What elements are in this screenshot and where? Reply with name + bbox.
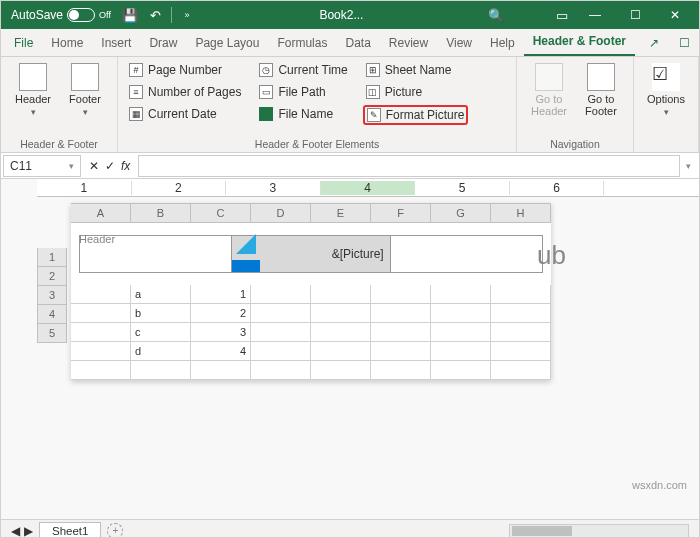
options-button[interactable]: ☑Options▾ [642,61,690,119]
document-title: Book2... [200,8,483,22]
header-icon [19,63,47,91]
formula-bar-row: C11▾ ✕ ✓ fx ▾ [1,153,699,179]
col-header[interactable]: F [371,203,431,223]
tab-insert[interactable]: Insert [92,30,140,56]
col-header[interactable]: H [491,203,551,223]
share-button[interactable]: ↗ [639,30,669,56]
format-picture-button[interactable]: ✎Format Picture [363,105,469,125]
table-row: b2 [71,304,551,323]
row-header[interactable]: 3 [37,286,67,305]
worksheet-area: 123456 1 2 3 4 5 ABCDEFGH Header &[Pictu… [1,179,699,519]
file-name-button[interactable]: File Name [256,105,350,123]
formula-controls: ✕ ✓ fx [81,159,138,173]
current-time-button[interactable]: ◷Current Time [256,61,350,79]
format-picture-icon: ✎ [367,108,381,122]
file-path-button[interactable]: ▭File Path [256,83,350,101]
row-header[interactable]: 5 [37,324,67,343]
header-button[interactable]: Header▾ [9,61,57,119]
search-icon[interactable]: 🔍 [483,2,509,28]
row-header[interactable]: 1 [37,248,67,267]
name-box[interactable]: C11▾ [3,155,81,177]
footer-button[interactable]: Footer▾ [61,61,109,119]
ribbon-display-icon[interactable]: ▭ [549,2,575,28]
col-header[interactable]: G [431,203,491,223]
current-date-button[interactable]: ▦Current Date [126,105,244,123]
clock-icon: ◷ [259,63,273,77]
group-label-elements: Header & Footer Elements [126,136,508,150]
row-header[interactable]: 4 [37,305,67,324]
picture-button[interactable]: ◫Picture [363,83,469,101]
group-elements: #Page Number ≡Number of Pages ▦Current D… [118,57,517,152]
autosave-toggle[interactable]: AutoSave Off [5,8,117,22]
folder-icon: ▭ [259,85,273,99]
tab-review[interactable]: Review [380,30,437,56]
group-header-footer: Header▾ Footer▾ Header & Footer [1,57,118,152]
tab-view[interactable]: View [437,30,481,56]
number-pages-icon: ≡ [129,85,143,99]
tab-pagelayout[interactable]: Page Layou [186,30,268,56]
undo-icon[interactable]: ↶ [143,2,169,28]
tab-header-footer[interactable]: Header & Footer [524,28,635,56]
save-icon[interactable]: 💾 [117,2,143,28]
col-header[interactable]: D [251,203,311,223]
options-icon: ☑ [652,63,680,91]
col-header[interactable]: A [71,203,131,223]
row-headers: 1 2 3 4 5 [37,248,67,380]
page-number-icon: # [129,63,143,77]
ribbon-tabs: File Home Insert Draw Page Layou Formula… [1,29,699,57]
expand-formula-icon[interactable]: ▾ [680,161,697,171]
number-pages-button[interactable]: ≡Number of Pages [126,83,244,101]
page-number-button[interactable]: #Page Number [126,61,244,79]
header-center-section[interactable]: &[Picture] [232,236,390,272]
goto-footer-icon [587,63,615,91]
goto-footer-button[interactable]: Go to Footer [577,61,625,119]
ribbon: Header▾ Footer▾ Header & Footer #Page Nu… [1,57,699,153]
fx-icon[interactable]: fx [121,159,130,173]
group-navigation: Go to Header Go to Footer Navigation [517,57,634,152]
goto-header-button: Go to Header [525,61,573,119]
tab-home[interactable]: Home [42,30,92,56]
horizontal-scrollbar[interactable] [509,524,689,538]
title-bar: AutoSave Off 💾 ↶ » Book2... 🔍 ▭ — ☐ ✕ [1,1,699,29]
tab-formulas[interactable]: Formulas [268,30,336,56]
enter-icon[interactable]: ✓ [105,159,115,173]
sheet-nav[interactable]: ◀▶ [11,524,33,538]
add-sheet-button[interactable]: + [107,523,123,539]
watermark-text: ub [537,240,566,271]
header-field-code: &[Picture] [332,247,384,261]
formula-bar[interactable] [138,155,680,177]
toggle-switch[interactable] [67,8,95,22]
sheet-icon: ⊞ [366,63,380,77]
col-header[interactable]: B [131,203,191,223]
autosave-label: AutoSave [11,8,63,22]
col-header[interactable]: C [191,203,251,223]
sheet-tab[interactable]: Sheet1 [39,522,101,538]
comments-button[interactable]: ☐ [669,30,699,56]
minimize-button[interactable]: — [575,1,615,29]
header-left-section[interactable] [80,236,232,272]
table-row [71,361,551,380]
tab-help[interactable]: Help [481,30,524,56]
site-watermark: wsxdn.com [632,479,687,491]
row-header[interactable]: 2 [37,267,67,286]
table-row: c3 [71,323,551,342]
close-button[interactable]: ✕ [655,1,695,29]
excel-icon [259,107,273,121]
sheet-name-button[interactable]: ⊞Sheet Name [363,61,469,79]
maximize-button[interactable]: ☐ [615,1,655,29]
goto-header-icon [535,63,563,91]
qat-more-icon[interactable]: » [174,2,200,28]
group-label-nav: Navigation [525,136,625,150]
tab-draw[interactable]: Draw [140,30,186,56]
cancel-icon[interactable]: ✕ [89,159,99,173]
column-headers: ABCDEFGH [71,203,551,223]
cell-grid[interactable]: a1 b2 c3 d4 [71,285,551,380]
tab-file[interactable]: File [5,30,42,56]
tab-data[interactable]: Data [336,30,379,56]
col-header[interactable]: E [311,203,371,223]
page-header-zone: Header &[Picture] ub [71,235,551,285]
autosave-off: Off [99,10,111,20]
inserted-picture [228,234,266,272]
picture-icon: ◫ [366,85,380,99]
header-right-section[interactable]: ub [391,236,542,272]
